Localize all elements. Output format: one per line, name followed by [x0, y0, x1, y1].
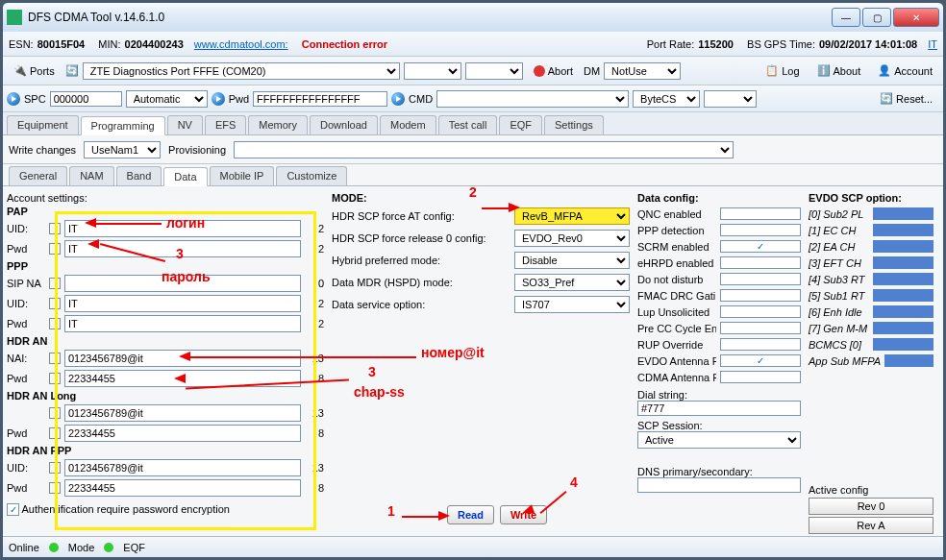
tab-nam[interactable]: NAM — [69, 166, 113, 185]
checkbox[interactable] — [49, 243, 61, 255]
config-checkbox[interactable] — [720, 322, 801, 334]
minimize-button[interactable]: — — [832, 8, 860, 27]
spc-input[interactable] — [50, 91, 122, 107]
close-button[interactable]: ✕ — [893, 8, 939, 27]
checkbox[interactable] — [49, 318, 61, 329]
evdo-indicator[interactable] — [873, 289, 934, 302]
config-checkbox[interactable] — [720, 289, 801, 302]
config-checkbox[interactable] — [720, 273, 801, 285]
tab-equipment[interactable]: Equipment — [7, 115, 79, 134]
ppp-pwd-input[interactable] — [64, 315, 301, 332]
config-checkbox[interactable]: ✓ — [720, 354, 801, 367]
cmd-select[interactable] — [436, 90, 629, 108]
tab-download[interactable]: Download — [310, 115, 378, 134]
config-checkbox[interactable] — [720, 256, 801, 269]
tab-mobileip[interactable]: Mobile IP — [210, 166, 275, 185]
play-icon[interactable] — [391, 92, 405, 106]
tab-programming[interactable]: Programming — [81, 116, 165, 135]
abort-button[interactable]: Abort — [527, 62, 580, 80]
mode-s4-select[interactable]: SO33_Pref — [514, 274, 630, 291]
port-select[interactable]: ZTE Diagnostics Port FFFE (COM20) — [83, 62, 400, 80]
mode-s2-select[interactable]: EVDO_Rev0 — [514, 230, 630, 247]
usenam-select[interactable]: UseNam1 — [84, 141, 161, 158]
tab-modem[interactable]: Modem — [380, 115, 436, 134]
dial-input[interactable] — [637, 401, 801, 416]
evdo-indicator[interactable] — [873, 273, 934, 285]
config-checkbox[interactable] — [720, 224, 801, 236]
checkbox[interactable] — [49, 353, 61, 364]
scp-select[interactable]: Active — [637, 431, 801, 449]
site-link[interactable]: www.cdmatool.com: — [194, 38, 288, 50]
spc-mode-select[interactable]: Automatic — [126, 90, 208, 108]
hl-nai-input[interactable] — [64, 404, 301, 422]
tab-general[interactable]: General — [9, 166, 67, 185]
tab-nv[interactable]: NV — [167, 115, 203, 134]
config-checkbox[interactable]: ✓ — [720, 240, 801, 253]
refresh-icon[interactable]: 🔄 — [65, 64, 79, 77]
config-label: FMAC DRC Gating — [637, 290, 716, 302]
checkbox[interactable] — [49, 407, 61, 419]
maximize-button[interactable]: ▢ — [862, 8, 891, 27]
tab-memory[interactable]: Memory — [248, 115, 308, 134]
play-icon[interactable] — [7, 92, 20, 106]
about-button[interactable]: ℹ️ About — [810, 61, 868, 80]
evdo-indicator[interactable] — [884, 354, 934, 367]
toolbar-extra-select[interactable] — [704, 90, 757, 108]
evdo-indicator[interactable] — [873, 322, 934, 334]
play-icon[interactable] — [212, 92, 225, 106]
mode-s1-select[interactable]: RevB_MFPA — [514, 207, 630, 225]
evdo-indicator[interactable] — [873, 207, 934, 220]
evdo-indicator[interactable] — [873, 224, 934, 236]
annotation-arrow — [438, 511, 450, 521]
config-checkbox[interactable] — [720, 207, 801, 220]
auth-checkbox[interactable]: ✓ — [7, 503, 19, 516]
config-checkbox[interactable] — [720, 305, 801, 318]
tab-eqf[interactable]: EQF — [499, 115, 542, 134]
hp-uid-input[interactable] — [64, 459, 301, 476]
checkbox[interactable] — [49, 427, 61, 439]
evdo-row: [7] Gen M-M — [809, 320, 934, 336]
reset-button[interactable]: 🔄 Reset... — [873, 89, 939, 108]
bytecs-select[interactable]: ByteCS — [633, 90, 700, 108]
pwd-input[interactable] — [253, 91, 387, 107]
dns-input[interactable] — [637, 477, 801, 493]
tab-efs[interactable]: EFS — [205, 115, 246, 134]
evdo-indicator[interactable] — [873, 338, 934, 351]
port-extra2-select[interactable] — [465, 62, 523, 80]
it-link[interactable]: IT — [928, 38, 937, 50]
rev0-button[interactable]: Rev 0 — [809, 498, 934, 515]
evdo-row: [4] Sub3 RT — [809, 271, 934, 287]
checkbox[interactable] — [49, 482, 61, 494]
mode-s5-select[interactable]: IS707 — [514, 296, 630, 313]
tab-customize[interactable]: Customize — [276, 166, 347, 185]
evdo-indicator[interactable] — [873, 240, 934, 253]
ppp-uid-input[interactable] — [64, 295, 301, 312]
port-extra1-select[interactable] — [404, 62, 461, 80]
config-checkbox[interactable] — [720, 371, 801, 383]
hp-pwd-input[interactable] — [64, 479, 301, 497]
checkbox[interactable] — [49, 462, 61, 474]
log-button[interactable]: 📋 Log — [759, 61, 806, 80]
checkbox[interactable] — [49, 298, 61, 309]
reva-button[interactable]: Rev A — [809, 517, 934, 534]
checkbox[interactable] — [49, 223, 61, 234]
read-button[interactable]: Read — [447, 505, 494, 524]
provisioning-select[interactable] — [234, 141, 734, 158]
account-button[interactable]: 👤 Account — [871, 61, 939, 80]
tab-data[interactable]: Data — [163, 167, 207, 186]
annotation-arrow — [482, 207, 510, 209]
tab-settings[interactable]: Settings — [544, 115, 604, 134]
checkbox[interactable] — [49, 373, 61, 384]
ports-button[interactable]: 🔌 Ports — [7, 61, 62, 80]
tab-band[interactable]: Band — [116, 166, 162, 185]
mode-r2: HDR SCP force release 0 config: — [332, 232, 514, 244]
evdo-indicator[interactable] — [873, 256, 934, 269]
hl-pwd-input[interactable] — [64, 425, 301, 442]
mode-s3-select[interactable]: Disable — [514, 252, 630, 269]
checkbox[interactable] — [49, 278, 61, 289]
dm-select[interactable]: NotUse — [604, 62, 681, 80]
tab-testcall[interactable]: Test call — [438, 115, 498, 134]
evdo-indicator[interactable] — [873, 305, 934, 318]
evdo-label: [5] Sub1 RT — [809, 290, 869, 302]
config-checkbox[interactable] — [720, 338, 801, 351]
